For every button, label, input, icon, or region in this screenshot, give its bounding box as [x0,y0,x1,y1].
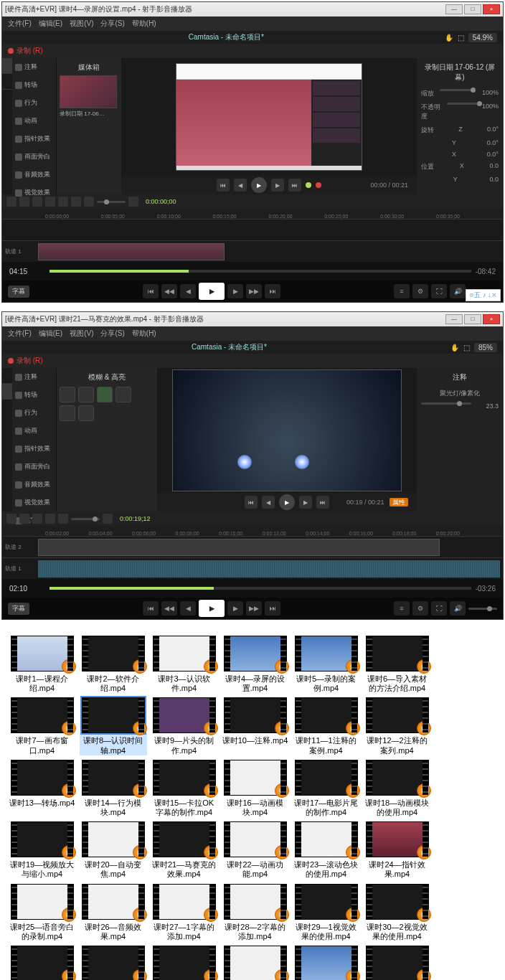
titlebar[interactable]: [硬件高清+EVR] 课时21—马赛克的效果.mp4 - 射手影音播放器 — □… [2,312,503,326]
timeline-ruler[interactable]: 0:00:00;000:00:05;000:00:10;000:00:15;00… [2,209,503,219]
video-file[interactable]: ▶课时4—录屏的设置.mp4 [220,636,290,693]
undo-button[interactable] [6,197,16,207]
maximize-button[interactable]: □ [464,4,481,14]
next-frame-button[interactable]: ⏭ [316,496,329,509]
ime-indicator[interactable]: ⊙五 ♪ ⟂⤫ [466,289,501,301]
prev-frame-button[interactable]: ⏮ [217,179,230,192]
maximize-button[interactable]: □ [464,314,481,324]
cat-audio[interactable]: 音频效果 [12,166,56,184]
timeline-track-1[interactable]: 轨道 1 [2,557,503,579]
video-file[interactable]: ▶课时10—注释.mp4 [220,697,290,755]
next-button[interactable]: ▶ [227,601,243,616]
video-file[interactable]: ▶课时14—行为模块.mp4 [78,760,148,817]
canvas[interactable] [157,368,417,493]
video-file[interactable]: ▶课时33—标记的使用.mp4 [149,946,219,980]
video-file[interactable]: ▶课时13—转场.mp4 [7,760,77,817]
rewind-button[interactable]: ◀◀ [161,601,177,616]
cat-transitions[interactable]: 转场 [12,76,56,94]
video-file[interactable]: ▶课时6—导入素材的方法介绍.mp4 [362,636,432,693]
canvas[interactable] [121,58,417,176]
menu-view[interactable]: 视图(V) [70,329,93,339]
video-clip[interactable] [38,243,225,260]
attributes-button[interactable]: 属性 [390,498,408,507]
video-file[interactable]: ▶课时34—制作微课.mp4 [220,946,290,980]
volume-slider[interactable] [468,608,497,610]
crop-icon[interactable]: ⬚ [463,344,470,352]
close-button[interactable]: × [483,4,500,14]
video-file[interactable]: ▶课时36—ppt的录制方法2.mp4 [362,946,432,980]
redo-button[interactable] [19,197,29,207]
close-button[interactable]: × [483,314,500,324]
cut-button[interactable] [32,197,42,207]
video-file[interactable]: ▶课时19—视频放大与缩小.mp4 [7,821,77,879]
marker-start[interactable] [306,182,311,188]
video-file[interactable]: ▶课时2—软件介绍.mp4 [78,636,148,693]
expand-icon[interactable]: ⛶ [431,284,447,298]
video-file[interactable]: ▶课时17—电影片尾的制作.mp4 [291,760,361,817]
crop-icon[interactable]: ⬚ [458,34,464,42]
cat-narration[interactable]: 画面旁白 [12,148,56,166]
player-play-button[interactable]: ▶ [199,600,225,617]
cat-transitions[interactable]: 转场 [12,386,56,404]
zoom-level[interactable]: 85% [474,343,497,352]
hand-icon[interactable]: ✋ [445,34,453,42]
menu-edit[interactable]: 编辑(E) [39,19,62,29]
titlebar[interactable]: [硬件高清+EVR] 课时4—录屏的设置.mp4 - 射手影音播放器 — □ × [2,2,503,17]
forward-button[interactable]: ▶▶ [246,284,262,298]
video-file[interactable]: ▶课时8—认识时间轴.mp4 [78,697,148,755]
tab-library[interactable] [2,74,12,90]
step-back-button[interactable]: ◀ [262,496,275,509]
marker-end[interactable] [316,182,321,188]
video-file[interactable]: ▶课时22—动画功能.mp4 [220,821,290,879]
record-label[interactable]: 录制 (R) [16,356,43,366]
cat-audio[interactable]: 音频效果 [12,476,56,494]
step-fwd-button[interactable]: ▶ [299,496,312,509]
skip-fwd-button[interactable]: ⏭ [265,601,280,616]
cat-animations[interactable]: 动画 [12,112,56,130]
timeline-track-1[interactable]: 轨道 1 [2,240,503,262]
cat-cursor[interactable]: 指针效果 [12,130,56,148]
expand-icon[interactable]: ⛶ [431,601,447,616]
timeline-zoom-slider[interactable] [71,518,100,520]
highlight-tool[interactable] [78,387,94,402]
forward-button[interactable]: ▶▶ [246,601,262,616]
volume-icon[interactable]: 🔊 [450,601,466,616]
rewind-button[interactable]: ◀◀ [161,284,177,298]
video-file[interactable]: ▶课时24—指针效果.mp4 [362,821,432,879]
menu-view[interactable]: 视图(V) [70,19,93,29]
audio-waveform[interactable] [38,560,500,578]
annotation-clip[interactable] [38,539,440,556]
prev-frame-button[interactable]: ⏮ [245,496,258,509]
menu-share[interactable]: 分享(S) [100,19,124,29]
hand-icon[interactable]: ✋ [450,344,459,352]
step-back-button[interactable]: ◀ [234,179,247,192]
video-file[interactable]: ▶课时23—滚动色块的使用.mp4 [291,821,361,879]
seek-bar[interactable] [49,270,471,273]
menu-share[interactable]: 分享(S) [100,329,124,339]
zoom-in-icon[interactable] [128,197,138,207]
menu-file[interactable]: 文件(F) [8,19,32,29]
video-file[interactable]: ▶课时7—画布窗口.mp4 [7,697,77,755]
zoom-level[interactable]: 54.9% [468,33,497,42]
cat-animations[interactable]: 动画 [12,422,56,440]
video-file[interactable]: ▶课时27—1字幕的添加.mp4 [149,884,219,941]
skip-back-button[interactable]: ⏮ [143,284,159,298]
intensity-value[interactable]: 23.3 [486,402,499,410]
player-play-button[interactable]: ▶ [199,283,225,300]
playlist-icon[interactable]: ≡ [394,601,410,616]
scale-slider[interactable] [440,89,476,91]
volume-icon[interactable]: 🔊 [450,284,466,298]
video-file[interactable]: ▶课时5—录制的案例.mp4 [291,636,361,693]
next-button[interactable]: ▶ [227,284,243,298]
zoom-out-icon[interactable] [84,197,94,207]
video-file[interactable]: ▶课时16—动画模块.mp4 [220,760,290,817]
cat-behaviors[interactable]: 行为 [12,404,56,422]
split-button[interactable] [45,514,55,524]
video-file[interactable]: ▶课时28—2字幕的添加.mp4 [220,884,290,941]
settings-icon[interactable]: ⚙ [412,601,428,616]
timeline-track-2[interactable]: 轨道 2 [2,536,503,557]
copy-button[interactable] [45,197,55,207]
cat-behaviors[interactable]: 行为 [12,94,56,112]
next-frame-button[interactable]: ⏭ [288,179,301,192]
timeline-track-spacer[interactable] [2,219,503,240]
